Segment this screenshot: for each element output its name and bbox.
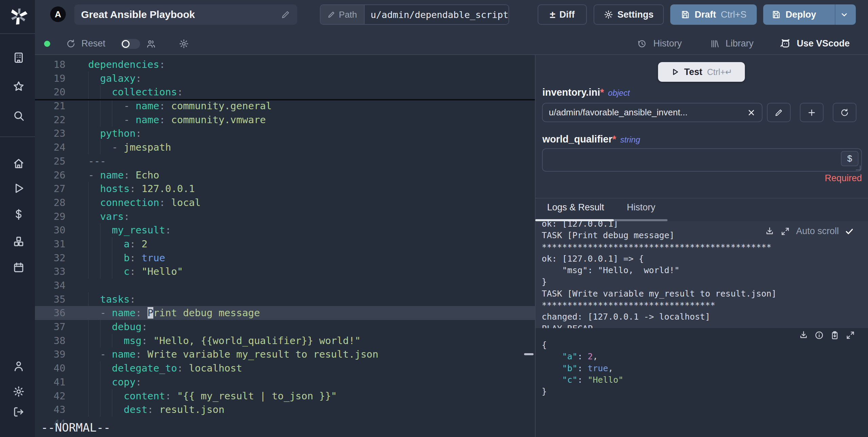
test-button[interactable]: Test Ctrl+↵ [658,62,745,82]
auto-scroll-label[interactable]: Auto scroll [796,226,839,236]
log-output: ok: [127.0.0.1]TASK [Print debug message… [542,221,868,328]
code-line-39[interactable]: 39 - name: Write variable my_result to r… [35,347,535,361]
library-button[interactable]: Library [726,38,754,49]
expand-result-icon[interactable] [846,330,855,340]
draft-button[interactable]: Draft Ctrl+S [670,4,757,25]
line-number: 36 [35,306,65,320]
path-edit-segment[interactable]: Path [321,5,365,24]
world-qualifier-textarea[interactable]: $ [542,148,862,172]
edit-resource-pencil-button[interactable] [767,103,791,122]
download-logs-icon[interactable] [765,227,774,236]
info-icon[interactable] [814,330,824,340]
script-path-chip[interactable]: Path u/admin/dependable_script [320,4,509,25]
field-name: inventory.ini [542,87,600,98]
variables-dollar-icon[interactable] [13,208,25,221]
line-number: 25 [35,154,65,168]
code-line-30[interactable]: 30 my_result: [35,223,535,237]
code-line-37[interactable]: 37 debug: [35,320,535,334]
deploy-button[interactable]: Deploy [763,4,856,25]
check-icon[interactable] [845,227,854,236]
code-line-38[interactable]: 38 msg: "Hello, {{world_qualifier}} worl… [35,334,535,348]
tab-history[interactable]: History [627,202,655,213]
editor-settings-gear-icon[interactable] [179,39,189,49]
history-icon[interactable] [637,39,647,49]
inventory-resource-input[interactable]: u/admin/favorable_ansible_invent... [542,103,763,122]
pane-resize-handle[interactable] [524,353,534,355]
line-number: 41 [35,375,65,389]
reset-button[interactable]: Reset [81,38,105,49]
code-line-26[interactable]: 26- name: Echo [35,168,535,182]
code-line-21[interactable]: 21 - name: community.general [35,99,535,113]
code-line-34[interactable]: 34 [35,279,535,292]
reset-refresh-icon[interactable] [66,39,76,49]
copy-result-icon[interactable] [830,330,840,340]
refresh-resource-button[interactable] [833,103,856,122]
vim-block-cursor: P [148,307,153,319]
code-line-27[interactable]: 27 hosts: 127.0.0.1 [35,182,535,196]
resources-cubes-icon[interactable] [13,235,25,248]
code-line-22[interactable]: 22 - name: community.vmware [35,113,535,127]
deploy-split-divider [835,4,835,25]
code-line-43[interactable]: 43 dest: result.json [35,403,535,417]
code-line-33[interactable]: 33 c: "Hello" [35,265,535,279]
schedules-calendar-icon[interactable] [13,261,25,273]
favorites-star-icon[interactable] [13,80,25,93]
code-line-35[interactable]: 35 tasks: [35,292,535,306]
code-line-19[interactable]: 19 galaxy: [35,72,535,86]
add-resource-plus-button[interactable] [800,103,824,122]
code-line-18[interactable]: 18dependencies: [35,58,535,72]
insert-variable-dollar-button[interactable]: $ [841,151,859,166]
code-line-29[interactable]: 29 vars: [35,210,535,224]
runs-play-icon[interactable] [13,182,25,194]
logs-pane[interactable]: ok: [127.0.0.1]TASK [Print debug message… [536,221,868,328]
field-type: object [608,88,630,98]
settings-gear-icon[interactable] [13,385,25,398]
line-number: 27 [35,182,65,196]
result-json-line: } [542,386,623,397]
code-line-28[interactable]: 28 connection: local [35,196,535,210]
line-number: 33 [35,265,65,279]
edit-title-pencil-icon[interactable] [281,10,290,19]
chevron-down-icon[interactable] [839,10,849,20]
avatar-letter: A [55,9,61,20]
code-line-42[interactable]: 42 content: "{{ my_result | to_json }}" [35,389,535,403]
expand-logs-icon[interactable] [780,227,790,236]
history-button[interactable]: History [653,38,682,49]
clear-x-icon[interactable] [747,108,756,117]
code-line-23[interactable]: 23 python: [35,127,535,140]
collaborators-icon[interactable] [146,39,156,49]
path-label: Path [339,10,357,20]
script-language-avatar: A [50,6,66,22]
workspace-icon[interactable] [13,52,25,64]
field-type: string [620,135,640,145]
log-line: ********************************** [542,300,868,311]
code-line-25[interactable]: 25--- [35,154,535,168]
library-icon[interactable] [710,39,719,49]
code-line-41[interactable]: 41 copy: [35,375,535,389]
code-line-40[interactable]: 40 delegate_to: localhost [35,361,535,375]
vscode-icon[interactable] [780,38,791,49]
logout-icon[interactable] [13,406,25,418]
required-asterisk: * [600,87,604,98]
code-line-36[interactable]: 36 - name: Print debug message [35,306,535,320]
download-result-icon[interactable] [799,330,808,340]
code-line-24[interactable]: 24 - jmespath [35,140,535,154]
code-line-20[interactable]: 20 collections: [35,85,535,99]
user-icon[interactable] [13,360,25,372]
windmill-logo[interactable] [8,5,30,27]
textarea-resize-grip[interactable] [856,166,861,170]
settings-button[interactable]: Settings [594,4,664,25]
code-line-32[interactable]: 32 b: true [35,251,535,265]
search-icon[interactable] [13,110,25,122]
result-json-line: "b": true, [542,363,623,374]
diff-button[interactable]: ± Diff [538,4,587,25]
script-title-input[interactable]: Great Ansible Playbook [74,4,297,25]
home-icon[interactable] [13,157,25,170]
diff-mode-toggle[interactable] [121,39,140,49]
code-line-31[interactable]: 31 a: 2 [35,237,535,251]
tab-logs-result[interactable]: Logs & Result [547,202,604,213]
line-number: 19 [35,72,65,86]
use-vscode-button[interactable]: Use VScode [797,38,850,49]
line-number: 18 [35,58,65,72]
code-viewport[interactable]: 18dependencies:19 galaxy:20 collections:… [35,55,535,425]
